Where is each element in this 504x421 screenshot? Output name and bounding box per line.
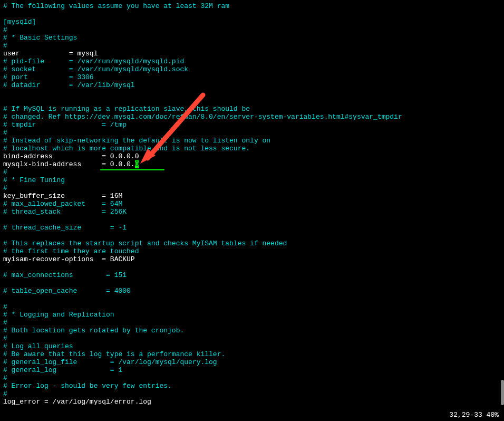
scrollbar-thumb[interactable] <box>501 380 504 405</box>
editor-line[interactable]: # table_open_cache = 4000 <box>3 287 501 295</box>
editor-line[interactable]: key_buffer_size = 16M <box>3 192 501 200</box>
editor-line[interactable]: # If MySQL is running as a replication s… <box>3 105 501 113</box>
editor-line[interactable]: bind-address = 0.0.0.0 <box>3 152 501 160</box>
comment-text: # Error log - should be very few entries… <box>3 382 172 390</box>
text-cursor: 0 <box>135 160 139 168</box>
section-header: [mysqld] <box>3 18 36 26</box>
comment-text: # changed. Ref https://dev.mysql.com/doc… <box>3 113 402 121</box>
editor-line[interactable]: # localhost which is more compatible and… <box>3 145 501 152</box>
editor-line[interactable]: # This replaces the startup script and c… <box>3 240 501 247</box>
config-line: bind-address = 0.0.0.0 <box>3 152 139 160</box>
comment-text: # <box>3 168 7 176</box>
comment-text: # datadir = /var/lib/mysql <box>3 81 135 89</box>
comment-text: # * Basic Settings <box>3 34 77 42</box>
editor-line[interactable]: # general_log = 1 <box>3 366 501 374</box>
editor-line[interactable]: # the first time they are touched <box>3 247 501 255</box>
comment-text: # <box>3 319 7 327</box>
editor-line[interactable]: # Both location gets rotated by the cron… <box>3 327 501 334</box>
terminal-editor[interactable]: # The following values assume you have a… <box>3 2 501 406</box>
comment-text: # <box>3 184 7 192</box>
editor-line[interactable]: # <box>3 42 501 50</box>
editor-line[interactable]: # tmpdir = /tmp <box>3 121 501 129</box>
editor-line[interactable]: # changed. Ref https://dev.mysql.com/doc… <box>3 113 501 121</box>
editor-line[interactable]: # max_allowed_packet = 64M <box>3 200 501 208</box>
comment-text: # <box>3 129 7 137</box>
scrollbar-track[interactable] <box>500 0 504 421</box>
comment-text: # max_connections = 151 <box>3 271 127 279</box>
config-line: key_buffer_size = 16M <box>3 192 122 200</box>
comment-text: # * Fine Tuning <box>3 176 65 184</box>
editor-line[interactable] <box>3 263 501 271</box>
config-line: mysqlx-bind-address = 0.0.0. <box>3 160 135 168</box>
comment-text: # table_open_cache = 4000 <box>3 287 131 295</box>
comment-text: # Both location gets rotated by the cron… <box>3 327 184 334</box>
editor-line[interactable] <box>3 89 501 97</box>
comment-text: # general_log = 1 <box>3 366 122 374</box>
editor-line[interactable]: # <box>3 26 501 34</box>
editor-line[interactable]: # max_connections = 151 <box>3 271 501 279</box>
editor-line[interactable]: myisam-recover-options = BACKUP <box>3 255 501 263</box>
comment-text: # Log all queries <box>3 342 73 350</box>
vim-status-bar: 32,29-33 40% <box>449 411 499 419</box>
editor-line[interactable] <box>3 97 501 105</box>
comment-text: # localhost which is more compatible and… <box>3 145 250 152</box>
editor-line[interactable]: # thread_cache_size = -1 <box>3 224 501 232</box>
scroll-percent: 40% <box>487 411 499 419</box>
comment-text: # socket = /var/run/mysqld/mysqld.sock <box>3 65 188 73</box>
editor-line[interactable]: # pid-file = /var/run/mysqld/mysqld.pid <box>3 58 501 65</box>
comment-text: # max_allowed_packet = 64M <box>3 200 122 208</box>
editor-line[interactable]: # <box>3 374 501 382</box>
comment-text: # If MySQL is running as a replication s… <box>3 105 250 113</box>
editor-line[interactable]: mysqlx-bind-address = 0.0.0.0 <box>3 160 501 168</box>
comment-text: # port = 3306 <box>3 73 94 81</box>
editor-line[interactable]: # Be aware that this log type is a perfo… <box>3 350 501 358</box>
comment-text: # <box>3 390 7 398</box>
editor-line[interactable]: # <box>3 184 501 192</box>
editor-line[interactable]: # Log all queries <box>3 342 501 350</box>
editor-line[interactable]: [mysqld] <box>3 18 501 26</box>
comment-text: # <box>3 334 7 342</box>
editor-line[interactable]: # general_log_file = /var/log/mysql/quer… <box>3 358 501 366</box>
underline-annotation <box>100 169 164 170</box>
editor-line[interactable] <box>3 295 501 303</box>
editor-line[interactable] <box>3 216 501 224</box>
comment-text: # <box>3 303 7 311</box>
cursor-position: 32,29-33 <box>449 411 482 419</box>
editor-line[interactable]: # <box>3 319 501 327</box>
editor-line[interactable]: # <box>3 129 501 137</box>
comment-text: # thread_stack = 256K <box>3 208 127 216</box>
editor-line[interactable]: # <box>3 390 501 398</box>
editor-line[interactable]: # The following values assume you have a… <box>3 2 501 10</box>
editor-line[interactable]: # * Fine Tuning <box>3 176 501 184</box>
editor-line[interactable]: # <box>3 334 501 342</box>
editor-line[interactable]: # port = 3306 <box>3 73 501 81</box>
editor-line[interactable]: user = mysql <box>3 50 501 58</box>
comment-text: # * Logging and Replication <box>3 311 114 319</box>
comment-text: # Instead of skip-networking the default… <box>3 137 270 145</box>
editor-line[interactable]: # socket = /var/run/mysqld/mysqld.sock <box>3 65 501 73</box>
comment-text: # pid-file = /var/run/mysqld/mysqld.pid <box>3 58 184 65</box>
comment-text: # tmpdir = /tmp <box>3 121 127 129</box>
comment-text: # The following values assume you have a… <box>3 2 229 10</box>
editor-line[interactable]: # * Basic Settings <box>3 34 501 42</box>
comment-text: # Be aware that this log type is a perfo… <box>3 350 225 358</box>
editor-line[interactable]: # Instead of skip-networking the default… <box>3 137 501 145</box>
editor-line[interactable]: log_error = /var/log/mysql/error.log <box>3 398 501 406</box>
editor-line[interactable]: # <box>3 168 501 176</box>
editor-line[interactable] <box>3 279 501 287</box>
comment-text: # This replaces the startup script and c… <box>3 240 287 247</box>
editor-line[interactable]: # * Logging and Replication <box>3 311 501 319</box>
config-line: log_error = /var/log/mysql/error.log <box>3 398 151 406</box>
config-line: myisam-recover-options = BACKUP <box>3 255 135 263</box>
editor-line[interactable] <box>3 10 501 18</box>
comment-text: # <box>3 26 7 34</box>
editor-line[interactable]: # Error log - should be very few entries… <box>3 382 501 390</box>
editor-line[interactable]: # <box>3 303 501 311</box>
config-line: user = mysql <box>3 50 98 58</box>
comment-text: # <box>3 42 7 50</box>
comment-text: # thread_cache_size = -1 <box>3 224 127 232</box>
editor-line[interactable]: # thread_stack = 256K <box>3 208 501 216</box>
editor-line[interactable] <box>3 232 501 240</box>
editor-line[interactable]: # datadir = /var/lib/mysql <box>3 81 501 89</box>
comment-text: # the first time they are touched <box>3 247 139 255</box>
